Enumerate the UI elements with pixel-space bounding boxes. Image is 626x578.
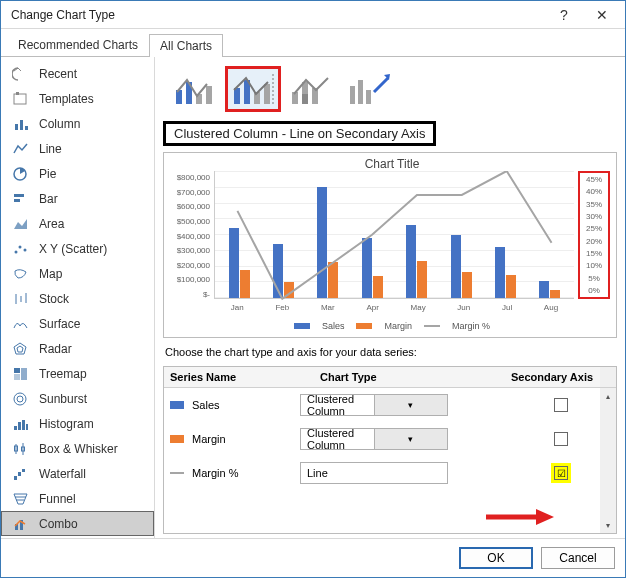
chart-type-icon — [11, 315, 31, 333]
sidebar-item-stock[interactable]: Stock — [1, 286, 154, 311]
svg-point-20 — [17, 396, 23, 402]
sidebar-item-label: Column — [39, 117, 80, 131]
combo-subtype-row — [163, 63, 617, 115]
sidebar-item-label: Box & Whisker — [39, 442, 118, 456]
sidebar-item-bar[interactable]: Bar — [1, 186, 154, 211]
chart-type-icon — [11, 490, 31, 508]
ok-button[interactable]: OK — [459, 547, 533, 569]
chart-type-icon — [11, 65, 31, 83]
chart-type-icon — [11, 165, 31, 183]
svg-rect-6 — [14, 194, 24, 197]
tab-recommended[interactable]: Recommended Charts — [7, 33, 149, 56]
sidebar-item-label: Bar — [39, 192, 58, 206]
sidebar-item-label: Sunburst — [39, 392, 87, 406]
svg-rect-4 — [25, 126, 28, 130]
tab-bar: Recommended Charts All Charts — [1, 29, 625, 57]
plot-area: JanFebMarAprMayJunJulAug — [214, 171, 574, 299]
y-axis-primary: $800,000$700,000$600,000$500,000$400,000… — [172, 171, 212, 317]
series-row: Margin %Line☑ — [164, 456, 600, 490]
chart-type-icon — [11, 240, 31, 258]
close-button[interactable]: ✕ — [583, 3, 621, 27]
svg-rect-0 — [14, 94, 26, 104]
secondary-axis-checkbox[interactable] — [554, 432, 568, 446]
secondary-axis-checkbox[interactable] — [554, 398, 568, 412]
svg-rect-37 — [176, 90, 182, 104]
svg-marker-54 — [536, 509, 554, 525]
sidebar-item-radar[interactable]: Radar — [1, 336, 154, 361]
sidebar-item-label: Area — [39, 217, 64, 231]
svg-rect-30 — [18, 472, 21, 476]
svg-marker-32 — [14, 494, 27, 504]
combo-subtype-1[interactable] — [167, 66, 223, 112]
cancel-button[interactable]: Cancel — [541, 547, 615, 569]
sidebar-item-box-whisker[interactable]: Box & Whisker — [1, 436, 154, 461]
sidebar-item-label: Map — [39, 267, 62, 281]
sidebar-item-column[interactable]: Column — [1, 111, 154, 136]
svg-rect-31 — [22, 469, 25, 472]
svg-rect-44 — [264, 84, 270, 104]
scroll-down-icon[interactable]: ▾ — [600, 517, 616, 533]
svg-rect-24 — [26, 424, 28, 430]
change-chart-type-dialog: Change Chart Type ? ✕ Recommended Charts… — [0, 0, 626, 578]
chart-type-icon — [11, 215, 31, 233]
sidebar-item-sunburst[interactable]: Sunburst — [1, 386, 154, 411]
combo-subtype-3[interactable] — [283, 66, 339, 112]
svg-rect-52 — [366, 90, 371, 104]
sidebar-item-label: Treemap — [39, 367, 87, 381]
series-color-swatch — [170, 472, 184, 474]
tab-all-charts[interactable]: All Charts — [149, 34, 223, 57]
sidebar-item-line[interactable]: Line — [1, 136, 154, 161]
svg-rect-17 — [21, 368, 27, 380]
svg-rect-48 — [302, 94, 308, 104]
sidebar-item-label: Pie — [39, 167, 56, 181]
x-axis-categories: JanFebMarAprMayJunJulAug — [215, 303, 574, 312]
sidebar-item-recent[interactable]: Recent — [1, 61, 154, 86]
sidebar-item-label: Templates — [39, 92, 94, 106]
highlight-arrow-icon — [486, 507, 556, 527]
sidebar-item-treemap[interactable]: Treemap — [1, 361, 154, 386]
chart-type-icon — [11, 515, 31, 533]
svg-point-9 — [19, 245, 22, 248]
chart-type-dropdown[interactable]: Line — [300, 462, 448, 484]
sidebar-item-label: Radar — [39, 342, 72, 356]
chart-type-icon — [11, 365, 31, 383]
series-scrollbar[interactable]: ▴ ▾ — [600, 388, 616, 533]
sidebar-item-area[interactable]: Area — [1, 211, 154, 236]
sidebar-item-label: X Y (Scatter) — [39, 242, 107, 256]
chart-type-icon — [11, 465, 31, 483]
scroll-up-icon[interactable]: ▴ — [600, 388, 616, 404]
sidebar-item-map[interactable]: Map — [1, 261, 154, 286]
sidebar-item-combo[interactable]: Combo — [1, 511, 154, 536]
sidebar-item-templates[interactable]: Templates — [1, 86, 154, 111]
svg-rect-16 — [14, 368, 20, 373]
chart-type-icon — [11, 440, 31, 458]
svg-rect-29 — [14, 476, 17, 480]
chevron-down-icon: ▾ — [374, 395, 448, 415]
chart-type-dropdown[interactable]: Clustered Column▾ — [300, 428, 448, 450]
sidebar-item-pie[interactable]: Pie — [1, 161, 154, 186]
sidebar-item-x-y-scatter-[interactable]: X Y (Scatter) — [1, 236, 154, 261]
combo-subtype-custom[interactable] — [341, 66, 397, 112]
chart-type-dropdown[interactable]: Clustered Column▾ — [300, 394, 448, 416]
sidebar-item-label: Waterfall — [39, 467, 86, 481]
series-name-label: Margin — [192, 433, 292, 445]
chart-type-icon — [11, 290, 31, 308]
help-button[interactable]: ? — [545, 3, 583, 27]
sidebar-item-label: Recent — [39, 67, 77, 81]
secondary-axis-checkbox[interactable]: ☑ — [554, 466, 568, 480]
svg-point-10 — [24, 248, 27, 251]
svg-rect-22 — [18, 422, 21, 430]
sidebar-item-surface[interactable]: Surface — [1, 311, 154, 336]
sidebar-item-histogram[interactable]: Histogram — [1, 411, 154, 436]
combo-subtype-2-selected[interactable] — [225, 66, 281, 112]
chart-type-icon — [11, 390, 31, 408]
series-name-label: Sales — [192, 399, 292, 411]
svg-rect-1 — [16, 92, 19, 95]
chart-type-icon — [11, 190, 31, 208]
sidebar-item-waterfall[interactable]: Waterfall — [1, 461, 154, 486]
chart-type-icon — [11, 415, 31, 433]
sidebar-item-label: Funnel — [39, 492, 76, 506]
chart-type-icon — [11, 115, 31, 133]
series-color-swatch — [170, 401, 184, 409]
sidebar-item-funnel[interactable]: Funnel — [1, 486, 154, 511]
